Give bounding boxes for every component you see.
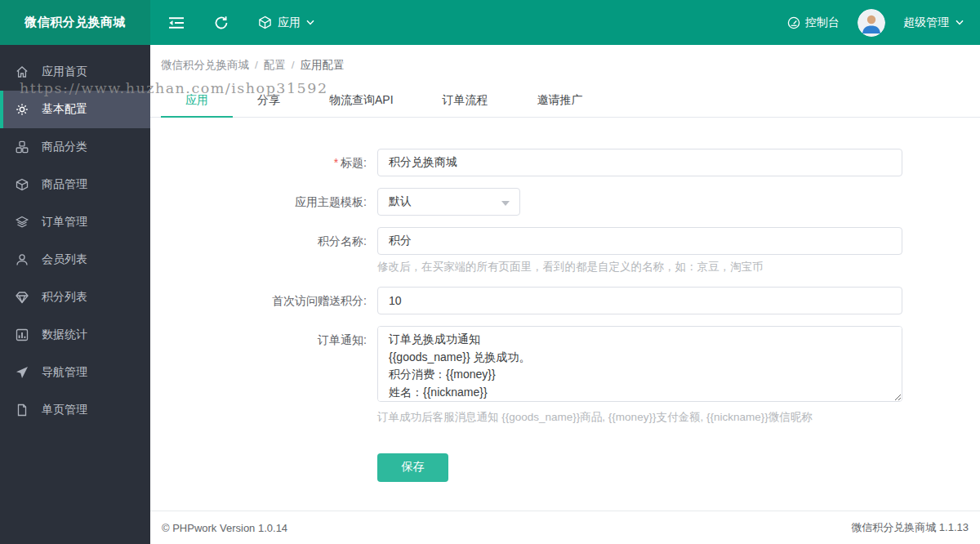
footer: © PHPwork Version 1.0.14 微信积分兑换商城 1.1.13	[150, 511, 980, 544]
app-logo[interactable]: 微信积分兑换商城	[0, 0, 150, 45]
top-header: 微信积分兑换商城 应用	[0, 0, 980, 45]
field-input-0[interactable]	[377, 149, 902, 176]
page-icon	[16, 404, 29, 417]
home-icon	[16, 65, 29, 78]
console-link[interactable]: 控制台	[787, 16, 840, 30]
refresh-icon[interactable]	[214, 16, 229, 30]
sidebar-item-label: 商品分类	[42, 140, 87, 154]
sidebar-item-9[interactable]: 单页管理	[0, 391, 150, 429]
tab-0[interactable]: 应用	[161, 84, 233, 117]
sidebar-item-label: 商品管理	[42, 177, 87, 192]
box-icon	[16, 178, 29, 191]
save-button[interactable]: 保存	[377, 453, 448, 482]
tab-3[interactable]: 订单流程	[418, 84, 513, 117]
menu-fold-icon[interactable]	[168, 16, 185, 29]
field-label: *标题:	[161, 149, 377, 176]
sidebar-item-label: 基本配置	[42, 102, 87, 117]
breadcrumb-separator: /	[292, 59, 295, 71]
chart-icon	[16, 328, 29, 341]
field-label: 应用主题模板:	[161, 188, 377, 216]
sidebar-item-label: 积分列表	[42, 290, 87, 305]
chevron-down-icon	[956, 20, 964, 25]
sidebar-item-label: 应用首页	[42, 65, 87, 79]
select-value: 默认	[389, 194, 412, 209]
spacer	[161, 437, 377, 482]
sidebar-item-3[interactable]: 商品管理	[0, 166, 150, 203]
navigation-icon	[16, 366, 29, 379]
settings-form: *标题:应用主题模板:默认积分名称:修改后，在买家端的所有页面里，看到的都是自定…	[150, 118, 980, 493]
sidebar-item-0[interactable]: 应用首页	[0, 53, 150, 91]
user-icon	[16, 253, 29, 266]
layers-icon	[16, 216, 29, 229]
breadcrumb-item-1[interactable]: 配置	[264, 59, 286, 71]
sidebar-item-label: 数据统计	[42, 328, 87, 342]
sidebar-item-5[interactable]: 会员列表	[0, 241, 150, 279]
field-label: 订单通知:	[161, 326, 377, 426]
field-input-2[interactable]	[377, 227, 902, 255]
form-row-3: 首次访问赠送积分:	[161, 287, 980, 314]
breadcrumb-separator: /	[255, 59, 258, 71]
form-row-1: 应用主题模板:默认	[161, 188, 980, 216]
app-cube-icon	[258, 16, 272, 29]
tab-2[interactable]: 物流查询API	[305, 84, 418, 117]
sidebar-item-label: 导航管理	[42, 365, 87, 380]
main-content: 微信积分兑换商城/配置/应用配置 应用分享物流查询API订单流程邀请推广 *标题…	[150, 45, 980, 544]
avatar[interactable]	[858, 9, 885, 37]
header-bar: 应用 控制台 超级管理	[150, 0, 980, 45]
sidebar-item-8[interactable]: 导航管理	[0, 354, 150, 391]
sidebar-item-4[interactable]: 订单管理	[0, 203, 150, 241]
footer-app-version: 微信积分兑换商城 1.1.13	[851, 520, 969, 535]
caret-down-icon	[501, 201, 510, 206]
required-star: *	[334, 156, 338, 169]
breadcrumb-item-2: 应用配置	[301, 59, 345, 71]
field-hint: 修改后，在买家端的所有页面里，看到的都是自定义的名称，如：京豆，淘宝币	[377, 260, 902, 275]
chevron-down-icon	[306, 20, 314, 25]
field-input-3[interactable]	[377, 287, 902, 314]
form-row-4: 订单通知:订单成功后客服消息通知 {{goods_name}}商品, {{mon…	[161, 326, 980, 426]
sidebar-item-1[interactable]: 基本配置	[0, 91, 150, 128]
category-icon	[16, 140, 29, 154]
tab-1[interactable]: 分享	[233, 84, 305, 117]
footer-version: © PHPwork Version 1.0.14	[162, 522, 287, 534]
theme-select[interactable]: 默认	[377, 188, 520, 216]
sidebar-item-label: 订单管理	[42, 215, 87, 230]
header-app-menu[interactable]: 应用	[258, 16, 314, 30]
field-label: 积分名称:	[161, 227, 377, 275]
field-hint: 订单成功后客服消息通知 {{goods_name}}商品, {{money}}支…	[377, 410, 902, 426]
form-actions-row: 保存	[161, 437, 980, 482]
sidebar: 应用首页基本配置商品分类商品管理订单管理会员列表积分列表数据统计导航管理单页管理	[0, 45, 150, 544]
gear-icon	[16, 103, 29, 116]
tab-bar: 应用分享物流查询API订单流程邀请推广	[150, 84, 980, 118]
breadcrumb-item-0[interactable]: 微信积分兑换商城	[161, 59, 249, 71]
order-notice-textarea[interactable]	[377, 326, 902, 402]
gem-icon	[16, 291, 29, 304]
header-app-label: 应用	[278, 16, 301, 30]
tab-4[interactable]: 邀请推广	[513, 84, 608, 117]
dashboard-icon	[787, 16, 800, 29]
sidebar-item-6[interactable]: 积分列表	[0, 279, 150, 316]
sidebar-item-label: 单页管理	[42, 403, 87, 417]
field-label: 首次访问赠送积分:	[161, 287, 377, 314]
form-row-2: 积分名称:修改后，在买家端的所有页面里，看到的都是自定义的名称，如：京豆，淘宝币	[161, 227, 980, 275]
breadcrumb: 微信积分兑换商城/配置/应用配置	[150, 45, 980, 73]
console-label: 控制台	[805, 16, 840, 30]
user-name: 超级管理	[903, 16, 949, 30]
sidebar-item-7[interactable]: 数据统计	[0, 316, 150, 354]
user-menu[interactable]: 超级管理	[903, 16, 964, 30]
sidebar-item-2[interactable]: 商品分类	[0, 128, 150, 166]
sidebar-item-label: 会员列表	[42, 252, 87, 267]
form-row-0: *标题:	[161, 149, 980, 176]
